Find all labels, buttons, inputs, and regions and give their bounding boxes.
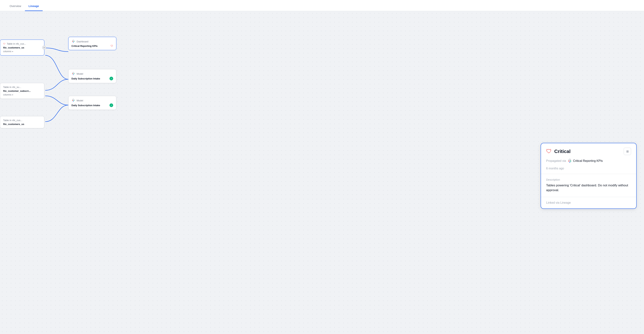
description-section: Description Tables powering 'Critical' d…	[541, 174, 636, 197]
node-model2-header: Model	[72, 99, 113, 102]
verified-badge-model1: ✓	[110, 77, 113, 80]
svg-point-3	[73, 42, 74, 43]
header: Overview Lineage	[0, 0, 644, 11]
node-model2[interactable]: Model Daily Subscription Intake ✓	[68, 96, 116, 110]
linked-label: Linked via Lineage	[541, 197, 636, 208]
svg-point-12	[569, 159, 571, 161]
open-panel-button[interactable]: ⊞	[624, 148, 631, 155]
lineage-canvas: 🛡 Table in nfx_cus... flix_customers_us …	[0, 11, 644, 334]
node-model1[interactable]: Model Daily Subscription Intake ✓	[68, 69, 116, 83]
propagated-source-name: Critical Reporting KPIs	[573, 159, 603, 163]
svg-point-7	[73, 74, 74, 75]
shield-critical-icon: 🛡	[546, 148, 552, 155]
node-model1-name: Daily Subscription Intake	[72, 77, 100, 80]
node-table2[interactable]: Table in nfx_su... flix_customer_subscri…	[0, 83, 44, 99]
node-model2-footer: Daily Subscription Intake ✓	[72, 103, 113, 107]
node-model2-name: Daily Subscription Intake	[72, 104, 100, 107]
chevron-down-icon-table2: ▾	[12, 94, 13, 96]
node-model1-type: Model	[76, 72, 83, 75]
node-table2-type: Table in nfx_su...	[3, 86, 21, 88]
info-panel-header: 🛡 Critical ⊞	[541, 143, 636, 159]
tab-lineage[interactable]: Lineage	[25, 1, 43, 11]
svg-point-6	[74, 73, 74, 74]
time-ago-text: 6 months ago	[541, 167, 636, 174]
tab-overview[interactable]: Overview	[6, 1, 25, 11]
node-table1-type: Table in nfx_cus...	[7, 42, 26, 45]
node-dashboard-name: Critical Reporting KPIs	[72, 45, 98, 47]
node-model1-header: Model	[72, 72, 113, 76]
node-table3[interactable]: Table in nfx_cus... flix_customers_us	[0, 116, 44, 128]
node-model2-type: Model	[76, 99, 83, 102]
propagated-source: Critical Reporting KPIs	[568, 159, 603, 163]
node-table1-name: flix_customers_us	[3, 46, 41, 49]
node-table2-header: Table in nfx_su...	[3, 86, 41, 88]
critical-info-panel: 🛡 Critical ⊞ Propagated via Critical Rep…	[540, 143, 636, 209]
dashboard-icon	[72, 40, 75, 43]
model2-icon	[72, 99, 75, 102]
critical-title-group: 🛡 Critical	[546, 148, 570, 155]
description-label: Description	[546, 178, 631, 181]
svg-point-11	[73, 101, 74, 102]
svg-point-2	[74, 41, 74, 42]
verified-badge-model2: ✓	[110, 103, 113, 107]
critical-title-text: Critical	[554, 149, 570, 154]
svg-point-14	[570, 161, 571, 162]
propagated-source-icon	[568, 159, 572, 163]
svg-point-9	[72, 100, 73, 101]
shield-icon-dashboard: 🛡	[110, 44, 113, 47]
collapse-button-table1[interactable]: −	[42, 45, 46, 50]
svg-point-13	[568, 161, 569, 162]
chevron-down-icon-table1: ▾	[12, 50, 13, 52]
node-table1-columns-toggle[interactable]: columns ▾	[3, 50, 41, 53]
svg-point-10	[74, 100, 74, 101]
node-table1-header: 🛡 Table in nfx_cus...	[3, 42, 41, 45]
node-table3-name: flix_customers_us	[3, 123, 41, 126]
model1-icon	[72, 72, 75, 76]
shield-icon-table1: 🛡	[3, 43, 5, 45]
svg-point-5	[72, 73, 73, 74]
description-text: Tables powering 'Critical' dashboard. Do…	[546, 183, 631, 193]
node-dashboard-footer: Critical Reporting KPIs 🛡	[72, 44, 113, 47]
node-table1[interactable]: 🛡 Table in nfx_cus... flix_customers_us …	[0, 40, 44, 55]
node-table2-name: flix_customer_subscri...	[3, 90, 41, 92]
node-dashboard-type: Dashboard	[76, 40, 88, 43]
propagated-row: Propagated via Critical Reporting KPIs	[541, 159, 636, 167]
node-table2-columns-toggle[interactable]: columns ▾	[3, 93, 41, 96]
node-table3-type: Table in nfx_cus...	[3, 119, 22, 122]
node-table3-header: Table in nfx_cus...	[3, 119, 41, 122]
svg-point-1	[72, 41, 73, 42]
node-dashboard-header: Dashboard	[72, 40, 113, 43]
node-model1-footer: Daily Subscription Intake ✓	[72, 77, 113, 80]
propagated-label: Propagated via	[546, 159, 566, 163]
node-dashboard[interactable]: Dashboard Critical Reporting KPIs 🛡	[68, 37, 116, 50]
open-panel-icon: ⊞	[626, 150, 629, 153]
svg-point-15	[569, 162, 570, 163]
